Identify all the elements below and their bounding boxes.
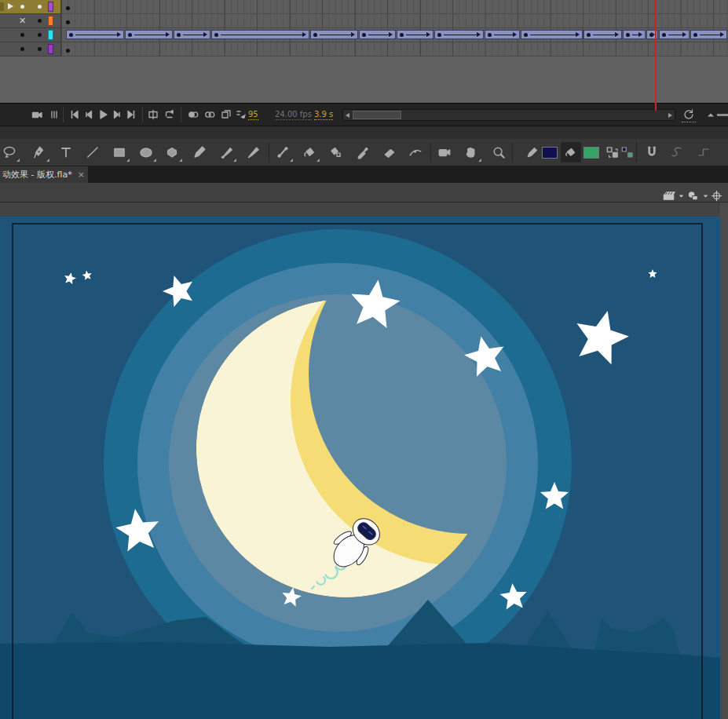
layer-lock-dot[interactable] [38,5,42,9]
timeline-frames-area[interactable] [61,0,728,57]
layer-outline-color-swatch[interactable] [48,16,53,26]
timeline-layers-pane[interactable]: ✕ [0,0,61,57]
tween-arrowhead-icon [638,32,642,37]
keyframe-dot[interactable] [66,6,70,10]
center-stage-icon[interactable] [710,186,723,199]
paint-bucket-tool[interactable] [302,144,317,160]
width-tool[interactable] [408,144,423,160]
timeline-camera-icon[interactable] [30,108,44,122]
tween-arrow-line [221,35,302,35]
motion-tween-span[interactable] [583,30,622,39]
motion-tween-span[interactable] [434,30,484,39]
stroke-color-icon[interactable] [525,144,540,160]
layer-outline-color-swatch[interactable] [48,44,53,54]
edit-multiple-frames-button[interactable] [219,108,233,122]
scroll-right-arrow[interactable] [668,113,672,118]
pencil-tool[interactable] [192,144,207,160]
smooth-button[interactable] [670,144,686,160]
elapsed-time-readout[interactable]: 3.9 s [314,110,333,120]
snap-magnet-button[interactable] [644,144,660,160]
layer-outline-color-swatch[interactable] [48,30,53,40]
fill-color-swatch[interactable] [583,147,599,159]
layer-3-frames[interactable] [61,28,728,42]
motion-tween-span[interactable] [66,30,124,39]
motion-tween-span[interactable] [690,30,727,39]
go-first-frame-button[interactable] [68,108,82,122]
timeline-scrollbar[interactable] [342,109,675,121]
motion-tween-span[interactable] [485,30,520,39]
playhead-line[interactable] [655,0,657,111]
layer-1[interactable] [0,0,60,14]
bone-tool[interactable] [275,144,291,160]
stroke-color-swatch[interactable] [542,147,558,159]
tab-close-icon[interactable]: × [78,166,85,183]
swap-colors-button[interactable] [605,144,620,160]
eyedropper-tool[interactable] [355,144,371,160]
ink-bottle-tool[interactable] [327,144,343,160]
edit-symbols-icon[interactable] [686,186,700,199]
layer-lock-dot[interactable] [38,47,42,51]
scrollbar-thumb[interactable] [353,111,401,119]
layer-visibility-dot[interactable] [20,33,24,37]
loop-button[interactable] [163,108,177,122]
layer-4-frames[interactable] [61,42,728,57]
classic-brush-tool[interactable] [218,144,234,160]
pen-tool[interactable] [31,144,47,160]
layer-hidden-x-icon[interactable]: ✕ [19,15,26,27]
camera-tool[interactable] [437,144,452,160]
onion-outline-button[interactable] [203,108,217,122]
line-tool[interactable] [85,144,101,160]
straighten-button[interactable] [696,144,712,160]
motion-tween-span[interactable] [659,30,690,39]
keyframe-dot[interactable] [66,20,70,24]
motion-tween-span[interactable] [623,30,646,39]
layer-visibility-dot[interactable] [20,5,24,9]
motion-tween-span[interactable] [211,30,309,39]
eraser-tool[interactable] [382,144,397,160]
edit-scene-icon[interactable] [662,186,675,199]
motion-tween-span[interactable] [521,30,583,39]
zoom-tool[interactable] [491,144,507,160]
panel-resize-handle[interactable] [717,114,728,116]
brush-tool[interactable] [245,144,261,160]
oval-tool[interactable] [138,144,154,160]
layer-outline-color-swatch[interactable] [48,2,53,12]
scroll-left-arrow[interactable] [346,113,349,118]
layer-lock-dot[interactable] [38,19,42,23]
layer-1-frames[interactable] [61,0,728,14]
text-tool[interactable] [58,144,74,160]
collapse-panel-button[interactable] [704,108,718,122]
motion-tween-span[interactable] [359,30,396,39]
default-colors-button[interactable] [620,144,635,160]
step-forward-button[interactable] [110,108,124,122]
center-frame-button[interactable] [146,108,160,122]
current-frame-readout[interactable]: 95 [248,110,258,120]
tween-arrowhead-icon [389,32,393,37]
polystar-tool[interactable] [164,144,180,160]
rectangle-tool[interactable] [112,144,127,160]
motion-tween-span[interactable] [397,30,434,39]
keyframe-dot[interactable] [66,49,70,53]
layer-3[interactable] [0,28,60,42]
go-last-frame-button[interactable] [124,108,138,122]
step-back-button[interactable] [82,108,96,122]
motion-tween-span[interactable] [174,30,210,39]
motion-tween-span[interactable] [125,30,173,39]
layer-2[interactable]: ✕ [0,14,60,28]
onion-skin-button[interactable] [186,108,200,122]
play-button[interactable] [96,108,110,122]
document-tab[interactable]: 动效果 - 版权.fla* × [0,166,88,183]
frame-rate-readout[interactable]: 24.00 fps [275,110,312,120]
modify-markers-button[interactable] [234,108,248,122]
pasteboard-bars-icon[interactable] [48,108,62,122]
motion-tween-span[interactable] [310,30,358,39]
lasso-tool[interactable] [2,144,17,160]
layer-visibility-dot[interactable] [20,47,24,51]
stage-canvas[interactable] [0,217,720,719]
layer-lock-dot[interactable] [38,33,42,37]
layer-4[interactable] [0,42,60,57]
fill-bucket-button[interactable] [561,142,581,162]
hand-tool[interactable] [463,144,479,160]
reset-timeline-zoom-button[interactable] [682,108,696,122]
layer-2-frames[interactable] [61,14,728,28]
